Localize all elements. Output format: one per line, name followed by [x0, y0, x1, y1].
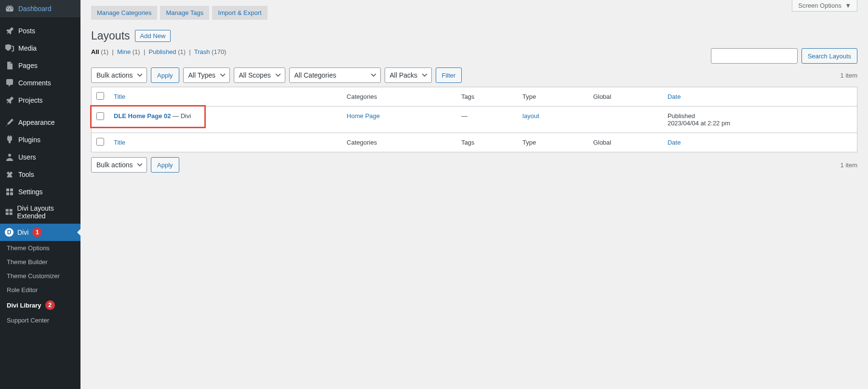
- filter-all[interactable]: All: [91, 48, 99, 55]
- col-date-foot[interactable]: Date: [663, 133, 857, 152]
- divi-icon: D: [5, 228, 13, 237]
- users-icon: [5, 152, 14, 162]
- col-title[interactable]: Title: [109, 87, 342, 107]
- search-row: Search Layouts: [711, 48, 857, 64]
- add-new-button[interactable]: Add New: [135, 30, 171, 42]
- sidebar-label: Pages: [18, 62, 38, 69]
- sidebar-label: Plugins: [18, 136, 40, 144]
- screen-options-button[interactable]: Screen Options ▼: [792, 0, 857, 12]
- svg-rect-5: [10, 209, 13, 212]
- categories-select[interactable]: All Categories: [289, 67, 381, 83]
- sidebar-item-plugins[interactable]: Plugins: [0, 131, 80, 148]
- comments-icon: [5, 78, 14, 88]
- sidebar-label: Users: [18, 153, 36, 161]
- item-count-top: 1 item: [841, 72, 857, 79]
- col-title-foot[interactable]: Title: [109, 133, 342, 152]
- apply-button-bottom[interactable]: Apply: [151, 157, 179, 173]
- types-select[interactable]: All Types: [183, 67, 230, 83]
- sidebar-label: Divi: [17, 228, 28, 236]
- sidebar-label: Divi Layouts Extended: [17, 204, 76, 220]
- svg-rect-7: [10, 213, 13, 215]
- admin-sidebar: Dashboard Posts Media Pages Comments Pro…: [0, 0, 80, 389]
- row-title-link[interactable]: DLE Home Page 02: [114, 112, 171, 120]
- sidebar-item-pages[interactable]: Pages: [0, 57, 80, 74]
- pin-icon: [5, 26, 14, 36]
- sidebar-item-media[interactable]: Media: [0, 40, 80, 57]
- sidebar-item-projects[interactable]: Projects: [0, 92, 80, 109]
- row-date: Published 2023/04/04 at 2:22 pm: [663, 107, 857, 133]
- layouts-icon: [5, 207, 13, 217]
- main-content: Screen Options ▼ Manage Categories Manag…: [80, 0, 868, 389]
- sidebar-item-appearance[interactable]: Appearance: [0, 114, 80, 131]
- sidebar-label: Appearance: [18, 119, 55, 126]
- sidebar-item-divi-layouts-extended[interactable]: Divi Layouts Extended: [0, 201, 80, 224]
- search-button[interactable]: Search Layouts: [801, 48, 857, 64]
- col-type: Type: [518, 87, 588, 107]
- table-row: DLE Home Page 02 — Divi Home Page — layo…: [92, 107, 857, 133]
- col-type-foot: Type: [518, 133, 588, 152]
- submenu-role-editor[interactable]: Role Editor: [0, 283, 80, 297]
- apply-button[interactable]: Apply: [151, 67, 179, 83]
- bulk-actions-select-bottom[interactable]: Bulk actions: [91, 157, 147, 173]
- filter-button[interactable]: Filter: [436, 67, 462, 83]
- col-tags: Tags: [456, 87, 518, 107]
- row-type: layout: [518, 107, 588, 133]
- item-count-bottom: 1 item: [841, 161, 857, 169]
- sidebar-label: Posts: [18, 27, 35, 35]
- row-category: Home Page: [342, 107, 456, 133]
- row-tags: —: [456, 107, 518, 133]
- submenu-divi-library[interactable]: Divi Library 2: [0, 297, 80, 313]
- svg-rect-1: [10, 188, 13, 191]
- packs-select[interactable]: All Packs: [385, 67, 432, 83]
- scopes-select[interactable]: All Scopes: [234, 67, 285, 83]
- submenu-theme-customizer[interactable]: Theme Customizer: [0, 269, 80, 283]
- sidebar-label: Comments: [18, 79, 51, 87]
- col-date[interactable]: Date: [663, 87, 857, 107]
- sidebar-item-settings[interactable]: Settings: [0, 183, 80, 201]
- sidebar-item-users[interactable]: Users: [0, 148, 80, 166]
- sidebar-item-divi[interactable]: D Divi 1: [0, 224, 80, 241]
- tab-manage-tags[interactable]: Manage Tags: [160, 6, 209, 20]
- sidebar-item-dashboard[interactable]: Dashboard: [0, 0, 80, 17]
- col-categories: Categories: [342, 87, 456, 107]
- sidebar-item-comments[interactable]: Comments: [0, 74, 80, 92]
- filter-trash[interactable]: Trash: [194, 48, 210, 55]
- row-title-cell: DLE Home Page 02 — Divi: [109, 107, 342, 133]
- submenu-support-center[interactable]: Support Center: [0, 313, 80, 327]
- submenu-theme-builder[interactable]: Theme Builder: [0, 255, 80, 269]
- search-input[interactable]: [711, 48, 798, 64]
- col-global: Global: [588, 87, 663, 107]
- select-all-checkbox[interactable]: [96, 92, 104, 100]
- submenu-theme-options[interactable]: Theme Options: [0, 241, 80, 255]
- divi-submenu: Theme Options Theme Builder Theme Custom…: [0, 241, 80, 327]
- badge-2: 2: [45, 300, 55, 310]
- col-global-foot: Global: [588, 133, 663, 152]
- svg-rect-3: [10, 192, 13, 195]
- sidebar-label: Media: [18, 44, 37, 52]
- brush-icon: [5, 118, 14, 127]
- row-global: [588, 107, 663, 133]
- svg-rect-2: [6, 192, 9, 195]
- select-all-checkbox-bottom[interactable]: [96, 138, 104, 146]
- badge-1: 1: [32, 228, 42, 237]
- media-icon: [5, 43, 14, 53]
- pin-icon: [5, 95, 14, 105]
- filter-published[interactable]: Published: [149, 48, 176, 55]
- tab-manage-categories[interactable]: Manage Categories: [91, 6, 157, 20]
- pages-icon: [5, 61, 14, 70]
- sidebar-item-posts[interactable]: Posts: [0, 22, 80, 40]
- layouts-table: Title Categories Tags Type Global Date D…: [91, 87, 857, 152]
- tab-import-export[interactable]: Import & Export: [212, 6, 267, 20]
- tools-icon: [5, 170, 14, 179]
- svg-rect-6: [6, 213, 9, 215]
- svg-rect-4: [6, 209, 9, 212]
- status-filters: All (1) | Mine (1) | Published (1) | Tra…: [91, 48, 711, 55]
- sidebar-label: Tools: [18, 171, 34, 178]
- sidebar-item-tools[interactable]: Tools: [0, 166, 80, 183]
- bulk-actions-select[interactable]: Bulk actions: [91, 67, 147, 83]
- dashboard-icon: [5, 4, 14, 13]
- row-checkbox[interactable]: [96, 112, 104, 120]
- col-categories-foot: Categories: [342, 133, 456, 152]
- page-title: Layouts Add New: [91, 29, 857, 42]
- filter-mine[interactable]: Mine: [117, 48, 131, 55]
